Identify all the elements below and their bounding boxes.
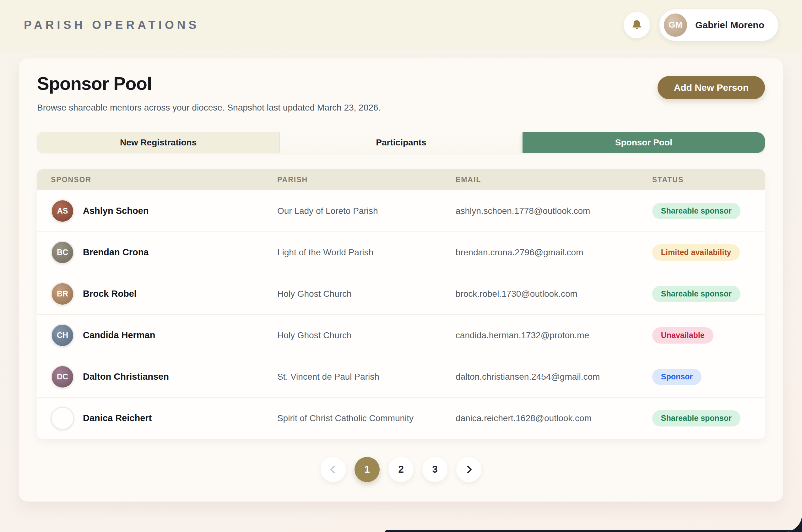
pagination-next-button[interactable] [456,457,481,482]
chevron-right-icon [464,466,472,473]
parish-cell: Holy Ghost Church [277,330,456,340]
email-cell: danica.reichert.1628@outlook.com [456,413,652,423]
top-bar: PARISH OPERATIONS GM Gabriel Moreno [0,0,802,50]
sponsor-name: Candida Herman [83,330,155,340]
add-new-person-button[interactable]: Add New Person [657,76,765,99]
avatar: AS [51,200,74,223]
column-header-email: EMAIL [456,175,652,184]
parish-cell: Spirit of Christ Catholic Community [277,413,456,423]
table-row: DR Danica Reichert Spirit of Christ Cath… [37,397,765,439]
sponsor-name: Danica Reichert [83,413,152,423]
status-badge: Shareable sponsor [652,410,741,426]
pagination: 1 2 3 [37,457,765,482]
avatar: BC [51,241,74,264]
parish-cell: St. Vincent de Paul Parish [277,372,456,382]
page-title: Sponsor Pool [37,73,381,94]
title-block: Sponsor Pool Browse shareable mentors ac… [37,73,381,113]
user-name: Gabriel Moreno [695,20,764,31]
table-row: BC Brendan Crona Light of the World Pari… [37,231,765,273]
tab-sponsor-pool[interactable]: Sponsor Pool [522,132,765,153]
notifications-button[interactable] [624,12,650,38]
table-row: AS Ashlyn Schoen Our Lady of Loreto Pari… [37,190,765,231]
email-cell: brendan.crona.2796@gmail.com [456,247,652,258]
top-bar-right: GM Gabriel Moreno [624,10,778,41]
pagination-page-2[interactable]: 2 [388,457,414,482]
sponsor-name: Dalton Christiansen [83,372,169,382]
table-row: DC Dalton Christiansen St. Vincent de Pa… [37,356,765,397]
pagination-prev-button[interactable] [321,457,346,482]
column-header-sponsor: SPONSOR [37,175,277,184]
page: PARISH OPERATIONS GM Gabriel Moreno Spon… [0,0,802,532]
status-badge: Sponsor [652,369,702,385]
parish-cell: Our Lady of Loreto Parish [277,206,456,216]
avatar: GM [664,14,687,37]
bottom-edge-decoration [385,530,802,532]
user-menu[interactable]: GM Gabriel Moreno [660,10,778,41]
avatar: CH [51,324,74,347]
status-badge: Shareable sponsor [652,203,741,219]
table-row: BR Brock Robel Holy Ghost Church brock.r… [37,273,765,315]
tab-bar: New Registrations Participants Sponsor P… [37,132,765,153]
chevron-left-icon [330,466,338,473]
sponsor-name: Brendan Crona [83,247,149,258]
avatar: DC [51,365,74,388]
email-cell: dalton.christiansen.2454@gmail.com [456,372,652,382]
app-brand: PARISH OPERATIONS [24,19,199,32]
status-badge: Limited availability [652,244,740,261]
status-badge: Unavailable [652,327,713,344]
email-cell: candida.herman.1732@proton.me [456,330,652,340]
main-card: Sponsor Pool Browse shareable mentors ac… [19,58,783,501]
parish-cell: Light of the World Parish [277,247,456,258]
column-header-parish: PARISH [277,175,456,184]
tab-new-registrations[interactable]: New Registrations [37,132,280,153]
bell-icon [631,19,643,31]
email-cell: brock.robel.1730@outlook.com [456,289,652,299]
avatar: DR [51,407,74,430]
table-header-row: SPONSOR PARISH EMAIL STATUS [37,169,765,190]
tab-participants[interactable]: Participants [280,132,522,153]
sponsor-name: Brock Robel [83,289,137,299]
sponsor-table: SPONSOR PARISH EMAIL STATUS AS Ashlyn Sc… [37,169,765,439]
pagination-page-1[interactable]: 1 [355,457,380,482]
table-row: CH Candida Herman Holy Ghost Church cand… [37,315,765,356]
email-cell: ashlyn.schoen.1778@outlook.com [456,206,652,216]
parish-cell: Holy Ghost Church [277,289,456,299]
card-header: Sponsor Pool Browse shareable mentors ac… [37,73,765,113]
avatar: BR [51,282,74,306]
pagination-page-3[interactable]: 3 [422,457,447,482]
status-badge: Shareable sponsor [652,286,741,302]
sponsor-name: Ashlyn Schoen [83,206,149,216]
page-subtitle: Browse shareable mentors across your dio… [37,103,381,113]
column-header-status: STATUS [652,175,765,184]
